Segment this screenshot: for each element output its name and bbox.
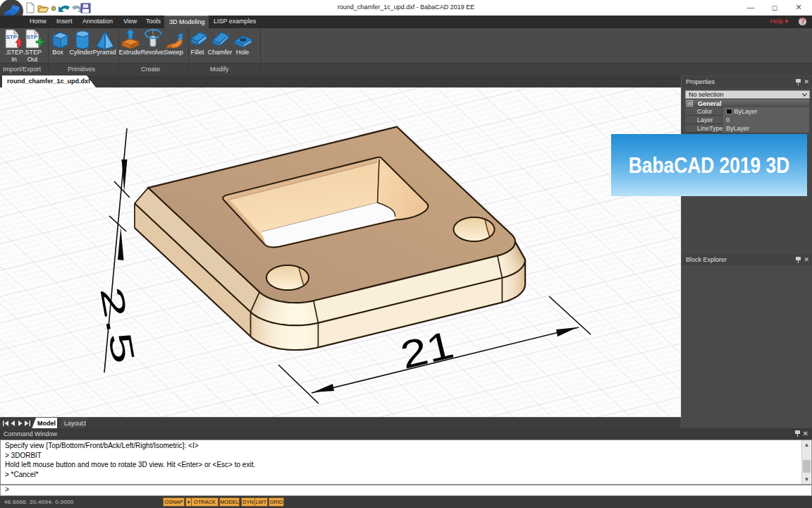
svg-text:STP: STP bbox=[6, 34, 18, 40]
svg-text:STP: STP bbox=[27, 34, 38, 40]
